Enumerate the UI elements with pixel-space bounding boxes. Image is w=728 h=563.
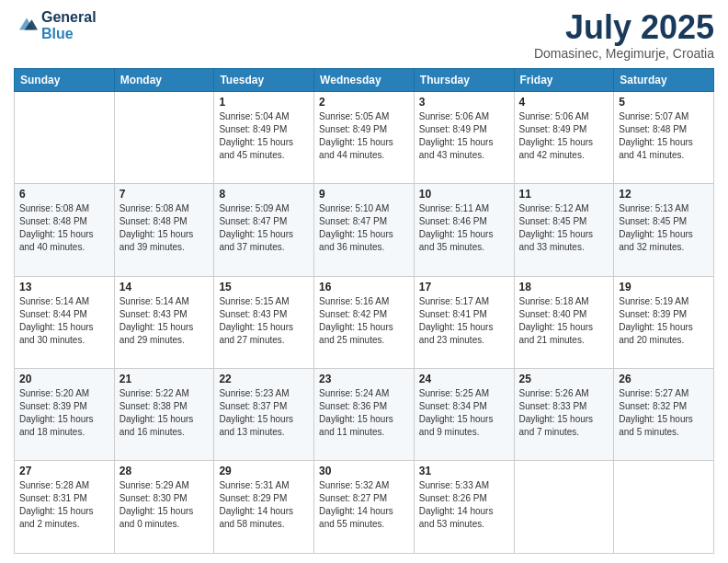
table-row: 30Sunrise: 5:32 AM Sunset: 8:27 PM Dayli… [314, 461, 415, 554]
day-number: 26 [619, 373, 709, 385]
header-sunday: Sunday [15, 68, 115, 91]
logo-icon [16, 15, 38, 33]
day-info: Sunrise: 5:27 AM Sunset: 8:32 PM Dayligh… [619, 387, 709, 439]
day-info: Sunrise: 5:33 AM Sunset: 8:26 PM Dayligh… [419, 479, 509, 531]
day-info: Sunrise: 5:12 AM Sunset: 8:45 PM Dayligh… [519, 202, 609, 254]
table-row: 17Sunrise: 5:17 AM Sunset: 8:41 PM Dayli… [414, 276, 514, 368]
logo-text-general: General [41, 9, 97, 25]
table-row: 23Sunrise: 5:24 AM Sunset: 8:36 PM Dayli… [314, 369, 415, 461]
day-number: 6 [19, 188, 109, 201]
day-number: 3 [419, 96, 509, 109]
day-number: 14 [119, 281, 210, 293]
table-row: 28Sunrise: 5:29 AM Sunset: 8:30 PM Dayli… [114, 461, 214, 554]
day-info: Sunrise: 5:14 AM Sunset: 8:44 PM Dayligh… [19, 295, 109, 347]
day-info: Sunrise: 5:07 AM Sunset: 8:48 PM Dayligh… [619, 110, 709, 162]
day-number: 19 [619, 281, 709, 293]
table-row [114, 91, 214, 183]
day-info: Sunrise: 5:11 AM Sunset: 8:46 PM Dayligh… [419, 202, 509, 254]
day-number: 10 [419, 188, 509, 201]
table-row [15, 91, 115, 183]
logo: General Blue [14, 9, 97, 41]
day-info: Sunrise: 5:25 AM Sunset: 8:34 PM Dayligh… [419, 387, 509, 439]
day-info: Sunrise: 5:31 AM Sunset: 8:29 PM Dayligh… [219, 479, 309, 531]
table-row [614, 461, 714, 554]
day-number: 21 [119, 373, 210, 385]
calendar-week-row: 6Sunrise: 5:08 AM Sunset: 8:48 PM Daylig… [15, 184, 714, 276]
day-info: Sunrise: 5:29 AM Sunset: 8:30 PM Dayligh… [119, 479, 210, 531]
day-info: Sunrise: 5:26 AM Sunset: 8:33 PM Dayligh… [519, 387, 609, 439]
day-info: Sunrise: 5:32 AM Sunset: 8:27 PM Dayligh… [319, 479, 409, 531]
header-monday: Monday [114, 68, 214, 91]
day-number: 23 [319, 373, 409, 385]
header-tuesday: Tuesday [214, 68, 314, 91]
day-info: Sunrise: 5:08 AM Sunset: 8:48 PM Dayligh… [19, 202, 109, 254]
day-info: Sunrise: 5:19 AM Sunset: 8:39 PM Dayligh… [619, 295, 709, 347]
day-info: Sunrise: 5:06 AM Sunset: 8:49 PM Dayligh… [419, 110, 509, 162]
calendar-table: Sunday Monday Tuesday Wednesday Thursday… [14, 68, 714, 554]
table-row: 14Sunrise: 5:14 AM Sunset: 8:43 PM Dayli… [114, 276, 214, 368]
calendar-week-row: 1Sunrise: 5:04 AM Sunset: 8:49 PM Daylig… [15, 91, 714, 183]
day-info: Sunrise: 5:28 AM Sunset: 8:31 PM Dayligh… [19, 479, 109, 531]
day-number: 22 [219, 373, 309, 385]
day-info: Sunrise: 5:14 AM Sunset: 8:43 PM Dayligh… [119, 295, 210, 347]
table-row [514, 461, 614, 554]
day-number: 5 [619, 96, 709, 109]
month-title: July 2025 [534, 9, 714, 46]
table-row: 9Sunrise: 5:10 AM Sunset: 8:47 PM Daylig… [314, 184, 415, 276]
day-info: Sunrise: 5:22 AM Sunset: 8:38 PM Dayligh… [119, 387, 210, 439]
day-number: 18 [519, 281, 609, 293]
table-row: 5Sunrise: 5:07 AM Sunset: 8:48 PM Daylig… [614, 91, 714, 183]
table-row: 2Sunrise: 5:05 AM Sunset: 8:49 PM Daylig… [314, 91, 415, 183]
table-row: 26Sunrise: 5:27 AM Sunset: 8:32 PM Dayli… [614, 369, 714, 461]
day-number: 1 [219, 96, 309, 109]
calendar-header-row: Sunday Monday Tuesday Wednesday Thursday… [15, 68, 714, 91]
table-row: 24Sunrise: 5:25 AM Sunset: 8:34 PM Dayli… [414, 369, 514, 461]
day-number: 31 [419, 465, 509, 477]
header-thursday: Thursday [414, 68, 514, 91]
day-info: Sunrise: 5:23 AM Sunset: 8:37 PM Dayligh… [219, 387, 309, 439]
day-info: Sunrise: 5:15 AM Sunset: 8:43 PM Dayligh… [219, 295, 309, 347]
day-number: 9 [319, 188, 409, 201]
day-number: 11 [519, 188, 609, 201]
day-info: Sunrise: 5:17 AM Sunset: 8:41 PM Dayligh… [419, 295, 509, 347]
day-number: 28 [119, 465, 210, 477]
table-row: 20Sunrise: 5:20 AM Sunset: 8:39 PM Dayli… [15, 369, 115, 461]
table-row: 21Sunrise: 5:22 AM Sunset: 8:38 PM Dayli… [114, 369, 214, 461]
calendar-week-row: 13Sunrise: 5:14 AM Sunset: 8:44 PM Dayli… [15, 276, 714, 368]
day-number: 16 [319, 281, 409, 293]
day-info: Sunrise: 5:09 AM Sunset: 8:47 PM Dayligh… [219, 202, 309, 254]
day-info: Sunrise: 5:18 AM Sunset: 8:40 PM Dayligh… [519, 295, 609, 347]
calendar-week-row: 27Sunrise: 5:28 AM Sunset: 8:31 PM Dayli… [15, 461, 714, 554]
table-row: 1Sunrise: 5:04 AM Sunset: 8:49 PM Daylig… [214, 91, 314, 183]
day-number: 2 [319, 96, 409, 109]
day-info: Sunrise: 5:06 AM Sunset: 8:49 PM Dayligh… [519, 110, 609, 162]
table-row: 3Sunrise: 5:06 AM Sunset: 8:49 PM Daylig… [414, 91, 514, 183]
table-row: 11Sunrise: 5:12 AM Sunset: 8:45 PM Dayli… [514, 184, 614, 276]
header-wednesday: Wednesday [314, 68, 415, 91]
table-row: 10Sunrise: 5:11 AM Sunset: 8:46 PM Dayli… [414, 184, 514, 276]
table-row: 6Sunrise: 5:08 AM Sunset: 8:48 PM Daylig… [15, 184, 115, 276]
logo-text-blue: Blue [41, 26, 74, 41]
day-number: 17 [419, 281, 509, 293]
table-row: 19Sunrise: 5:19 AM Sunset: 8:39 PM Dayli… [614, 276, 714, 368]
day-info: Sunrise: 5:16 AM Sunset: 8:42 PM Dayligh… [319, 295, 409, 347]
day-info: Sunrise: 5:20 AM Sunset: 8:39 PM Dayligh… [19, 387, 109, 439]
table-row: 15Sunrise: 5:15 AM Sunset: 8:43 PM Dayli… [214, 276, 314, 368]
day-info: Sunrise: 5:05 AM Sunset: 8:49 PM Dayligh… [319, 110, 409, 162]
day-info: Sunrise: 5:13 AM Sunset: 8:45 PM Dayligh… [619, 202, 709, 254]
location: Domasinec, Megimurje, Croatia [534, 46, 714, 61]
table-row: 25Sunrise: 5:26 AM Sunset: 8:33 PM Dayli… [514, 369, 614, 461]
table-row: 13Sunrise: 5:14 AM Sunset: 8:44 PM Dayli… [15, 276, 115, 368]
table-row: 31Sunrise: 5:33 AM Sunset: 8:26 PM Dayli… [414, 461, 514, 554]
day-info: Sunrise: 5:10 AM Sunset: 8:47 PM Dayligh… [319, 202, 409, 254]
day-info: Sunrise: 5:24 AM Sunset: 8:36 PM Dayligh… [319, 387, 409, 439]
day-number: 7 [119, 188, 210, 201]
table-row: 27Sunrise: 5:28 AM Sunset: 8:31 PM Dayli… [15, 461, 115, 554]
day-number: 30 [319, 465, 409, 477]
day-number: 13 [19, 281, 109, 293]
day-number: 27 [19, 465, 109, 477]
header-friday: Friday [514, 68, 614, 91]
day-number: 20 [19, 373, 109, 385]
table-row: 4Sunrise: 5:06 AM Sunset: 8:49 PM Daylig… [514, 91, 614, 183]
day-number: 12 [619, 188, 709, 201]
